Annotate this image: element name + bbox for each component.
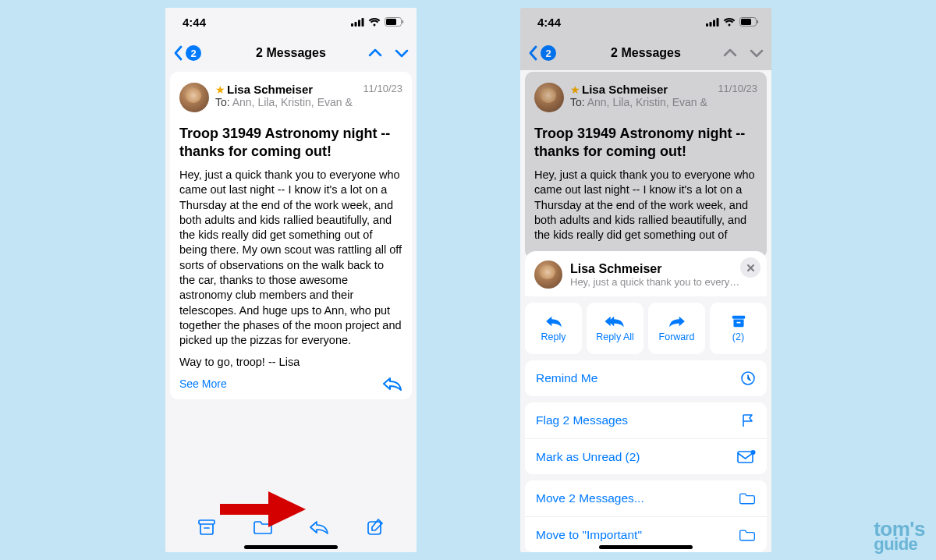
message-signoff: Way to go, troop! -- Lisa bbox=[179, 356, 402, 368]
reply-all-button[interactable]: Reply All bbox=[587, 303, 644, 354]
message-body: Hey, just a quick thank you to everyone … bbox=[179, 168, 402, 348]
message-card: ★ Lisa Schmeiser To: Ann, Lila, Kristin,… bbox=[170, 72, 412, 399]
reply-all-icon bbox=[604, 314, 626, 328]
battery-icon bbox=[385, 17, 404, 27]
watermark: tom's guide bbox=[874, 520, 925, 552]
folder-icon[interactable] bbox=[253, 519, 273, 535]
nav-arrows bbox=[368, 48, 409, 58]
compose-icon[interactable] bbox=[366, 518, 385, 537]
mark-unread-item[interactable]: Mark as Unread (2) bbox=[525, 438, 767, 474]
flag-item[interactable]: Flag 2 Messages bbox=[525, 402, 767, 438]
wifi-icon bbox=[723, 18, 736, 27]
status-indicators bbox=[351, 17, 404, 27]
folder-icon bbox=[739, 491, 756, 505]
svg-rect-20 bbox=[738, 452, 753, 463]
chevron-down-icon[interactable] bbox=[395, 48, 409, 58]
message-card: ★ Lisa Schmeiser To: Ann, Lila, Kristin,… bbox=[525, 72, 767, 258]
message-header[interactable]: ★ Lisa Schmeiser To: Ann, Lila, Kristin,… bbox=[534, 83, 757, 112]
forward-button[interactable]: Forward bbox=[648, 303, 705, 354]
avatar bbox=[534, 261, 562, 289]
status-time: 4:44 bbox=[537, 16, 561, 29]
status-time: 4:44 bbox=[183, 16, 206, 29]
status-bar: 4:44 bbox=[520, 8, 771, 36]
sheet-header: Lisa Schmeiser Hey, just a quick thank y… bbox=[525, 251, 767, 296]
chevron-left-icon bbox=[173, 45, 183, 61]
archive-icon[interactable] bbox=[197, 519, 216, 536]
battery-icon bbox=[739, 17, 759, 27]
back-button[interactable]: 2 bbox=[173, 45, 201, 61]
avatar bbox=[534, 83, 564, 112]
signal-icon bbox=[706, 18, 719, 27]
primary-actions: Reply Reply All Forward (2) bbox=[525, 303, 767, 354]
nav-bar: 2 2 Messages bbox=[520, 36, 771, 70]
svg-rect-7 bbox=[199, 520, 214, 524]
archive-button[interactable]: (2) bbox=[710, 303, 767, 354]
svg-rect-6 bbox=[402, 20, 404, 23]
star-icon: ★ bbox=[570, 83, 580, 96]
svg-rect-1 bbox=[355, 22, 357, 27]
home-indicator bbox=[244, 545, 338, 549]
envelope-badge-icon bbox=[737, 450, 756, 464]
unread-badge: 2 bbox=[541, 45, 556, 61]
close-button[interactable] bbox=[740, 257, 760, 278]
reply-icon[interactable] bbox=[382, 376, 402, 392]
status-bar: 4:44 bbox=[165, 8, 417, 36]
message-date: 11/10/23 bbox=[363, 83, 402, 112]
nav-arrows bbox=[723, 48, 764, 58]
status-indicators bbox=[706, 17, 759, 27]
archive-icon bbox=[730, 314, 747, 328]
svg-rect-3 bbox=[362, 18, 364, 27]
message-date: 11/10/23 bbox=[718, 83, 757, 112]
folder-icon bbox=[739, 528, 756, 542]
screenshot-left: 4:44 2 2 Messages ★ Lisa Schmeiser bbox=[165, 8, 417, 552]
forward-icon bbox=[668, 314, 686, 328]
reply-button[interactable]: Reply bbox=[525, 303, 582, 354]
reply-toolbar-icon[interactable] bbox=[309, 519, 329, 535]
message-header[interactable]: ★ Lisa Schmeiser To: Ann, Lila, Kristin,… bbox=[179, 83, 402, 112]
star-icon: ★ bbox=[215, 83, 225, 96]
message-subject: Troop 31949 Astronomy night -- thanks fo… bbox=[179, 125, 402, 160]
wifi-icon bbox=[368, 18, 381, 27]
svg-rect-2 bbox=[358, 19, 360, 27]
see-more-link[interactable]: See More bbox=[179, 377, 227, 390]
recipient-line: To: Ann, Lila, Kristin, Evan & 17 more..… bbox=[215, 96, 356, 108]
svg-rect-14 bbox=[717, 18, 719, 27]
recipient-line: To: Ann, Lila, Kristin, Evan & 17 more..… bbox=[570, 96, 711, 108]
chevron-up-icon[interactable] bbox=[368, 48, 382, 58]
sheet-preview: Hey, just a quick thank you to everyone… bbox=[570, 276, 742, 288]
avatar bbox=[179, 83, 209, 112]
sender-name: Lisa Schmeiser bbox=[582, 83, 668, 96]
clock-icon bbox=[740, 370, 756, 386]
sender-name: Lisa Schmeiser bbox=[227, 83, 313, 96]
nav-bar: 2 2 Messages bbox=[165, 36, 417, 70]
action-sheet: Lisa Schmeiser Hey, just a quick thank y… bbox=[525, 251, 767, 552]
action-list: Remind Me Flag 2 Messages Mark as Unread… bbox=[525, 360, 767, 552]
svg-rect-13 bbox=[713, 19, 715, 27]
svg-rect-17 bbox=[757, 20, 759, 23]
chevron-left-icon bbox=[528, 45, 537, 61]
unread-badge: 2 bbox=[186, 45, 201, 61]
sheet-sender: Lisa Schmeiser bbox=[570, 262, 742, 276]
svg-point-21 bbox=[751, 450, 756, 455]
svg-rect-16 bbox=[741, 19, 751, 25]
message-body: Hey, just a quick thank you to everyone … bbox=[534, 168, 757, 243]
svg-rect-11 bbox=[706, 23, 708, 27]
remind-me-item[interactable]: Remind Me bbox=[525, 360, 767, 396]
message-subject: Troop 31949 Astronomy night -- thanks fo… bbox=[534, 125, 757, 160]
svg-rect-18 bbox=[732, 316, 744, 319]
chevron-up-icon[interactable] bbox=[723, 48, 737, 58]
reply-icon bbox=[544, 314, 563, 328]
chevron-down-icon[interactable] bbox=[750, 48, 764, 58]
svg-rect-0 bbox=[351, 23, 353, 27]
close-icon bbox=[746, 264, 755, 272]
back-button[interactable]: 2 bbox=[528, 45, 556, 61]
flag-icon bbox=[740, 413, 756, 428]
svg-rect-5 bbox=[386, 19, 396, 25]
screenshot-right: 4:44 2 2 Messages ★ Lisa Schmeiser bbox=[520, 8, 771, 552]
move-messages-item[interactable]: Move 2 Messages... bbox=[525, 480, 767, 516]
svg-rect-12 bbox=[710, 22, 712, 27]
signal-icon bbox=[351, 18, 364, 27]
home-indicator bbox=[599, 545, 693, 549]
